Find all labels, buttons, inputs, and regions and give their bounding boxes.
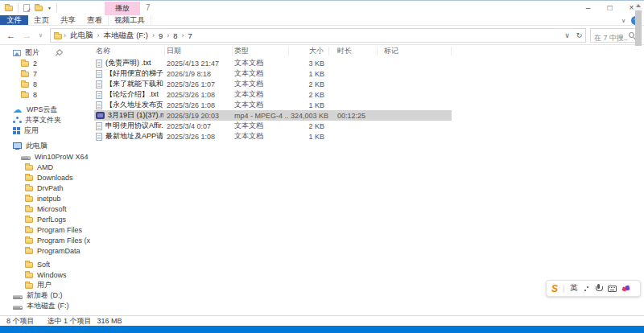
sidebar-item-icon bbox=[13, 105, 23, 115]
file-size: 2 KB bbox=[289, 122, 329, 130]
table-row[interactable]: 最新地址及APP请... 2025/3/26 1:08 文本文档 1 KB bbox=[94, 131, 452, 142]
breadcrumb[interactable]: › 此电脑 › 本地磁盘 (F:) › 9 › 8 › bbox=[50, 28, 586, 43]
sidebar-item-label: 应用 bbox=[24, 125, 39, 136]
column-header[interactable]: 日期 bbox=[165, 47, 233, 56]
sidebar-item[interactable]: PerfLogs bbox=[0, 214, 90, 224]
ribbon-tab[interactable]: 视频工具 bbox=[108, 15, 151, 25]
sidebar-item[interactable]: 图片 bbox=[0, 47, 90, 58]
sidebar-item[interactable]: 8 bbox=[0, 79, 90, 89]
address-dropdown-icon[interactable]: ∨ bbox=[561, 31, 573, 39]
sidebar-item[interactable]: 此电脑 bbox=[0, 141, 90, 151]
contextual-tab-label[interactable]: 播放 bbox=[105, 2, 140, 15]
sidebar-item[interactable]: Program Files bbox=[0, 224, 90, 235]
sidebar-item-label: 8 bbox=[33, 80, 37, 88]
ime-tools-icon[interactable] bbox=[584, 285, 589, 292]
sidebar-item[interactable]: Program Files (x8 bbox=[0, 235, 90, 245]
sidebar-item[interactable]: AMD bbox=[0, 162, 90, 172]
ribbon-collapse-icon[interactable]: ∨ bbox=[621, 18, 625, 24]
ribbon-tab[interactable]: 主页 bbox=[28, 15, 55, 25]
file-type-icon bbox=[96, 60, 102, 68]
sidebar-item[interactable]: Microsoft bbox=[0, 204, 90, 214]
sogou-logo-icon[interactable]: S bbox=[551, 283, 558, 294]
explorer-window: ▼ 播放 7 – □ × 文件 主页 共享 查看 视频工具 ∨ ? bbox=[0, 0, 644, 333]
keyboard-icon[interactable] bbox=[608, 286, 617, 292]
ribbon-tab[interactable]: 查看 bbox=[81, 15, 108, 25]
breadcrumb-label[interactable]: 此电脑 bbox=[68, 31, 96, 41]
column-header[interactable]: 大小 bbox=[289, 47, 329, 56]
crumb-separator-icon: › bbox=[62, 31, 68, 39]
sidebar-item[interactable]: 2 bbox=[0, 58, 90, 68]
qat-dropdown-icon[interactable]: ▼ bbox=[47, 6, 52, 10]
ribbon-tab-label: 主页 bbox=[34, 15, 49, 26]
table-row[interactable]: 【好用便宜的梯子... 2026/1/9 8:18 文本文档 1 KB bbox=[94, 68, 452, 79]
sidebar-item[interactable]: Soft bbox=[0, 259, 90, 269]
maximize-button[interactable]: □ bbox=[599, 1, 621, 14]
sidebar-item-label: PerfLogs bbox=[37, 216, 66, 224]
table-row[interactable]: 3月19日 (1)(37).m... 2026/3/19 20:03 mp4 -… bbox=[94, 110, 452, 121]
ime-toolbar: S 英 bbox=[546, 280, 641, 297]
sidebar-item[interactable]: 8 bbox=[0, 89, 90, 100]
forward-icon: → bbox=[23, 31, 31, 40]
file-name-cell: (免责声明) .txt bbox=[94, 58, 165, 68]
column-header[interactable]: 时长 bbox=[329, 47, 378, 56]
table-row[interactable]: (免责声明) .txt 2025/4/13 21:47 文本文档 3 KB bbox=[94, 58, 452, 68]
sidebar-item[interactable]: 新加卷 (D:) bbox=[0, 290, 90, 301]
file-type: 文本文档 bbox=[233, 68, 289, 79]
file-name-cell: 【论坛介绍】.txt bbox=[94, 89, 165, 100]
ime-language-toggle[interactable]: 英 bbox=[570, 283, 578, 294]
refresh-icon[interactable]: ↻ bbox=[573, 31, 585, 39]
scroll-up-icon[interactable] bbox=[636, 4, 641, 7]
sidebar-item[interactable]: Win10ProW X64 (C bbox=[0, 151, 90, 162]
breadcrumb-segment[interactable]: 此电脑 › bbox=[68, 31, 101, 41]
ribbon-tab[interactable]: 共享 bbox=[55, 15, 81, 25]
breadcrumb-segment[interactable]: 7 bbox=[186, 31, 195, 40]
sidebar-item-icon bbox=[25, 228, 33, 233]
sidebar-item-icon bbox=[25, 283, 33, 289]
file-name-cell: 最新地址及APP请... bbox=[94, 131, 165, 142]
properties-icon[interactable] bbox=[23, 4, 30, 12]
sidebar-item[interactable]: DrvPath bbox=[0, 183, 90, 193]
breadcrumb-label[interactable]: 8 bbox=[171, 31, 180, 40]
sidebar-item[interactable]: 应用 bbox=[0, 125, 90, 136]
breadcrumb-segment[interactable]: 9 › bbox=[156, 31, 171, 40]
back-icon[interactable]: ← bbox=[6, 31, 15, 40]
column-header[interactable]: 标记 bbox=[378, 47, 452, 56]
sidebar-item-icon bbox=[13, 127, 20, 134]
folder-icon[interactable] bbox=[5, 6, 13, 11]
minimize-button[interactable]: – bbox=[577, 1, 599, 14]
ime-emoji-icon[interactable] bbox=[622, 285, 630, 293]
sidebar-item-icon bbox=[21, 72, 29, 77]
sidebar-item[interactable]: Downloads bbox=[0, 172, 90, 183]
file-type-icon bbox=[96, 122, 102, 130]
sidebar-item[interactable]: 用户 bbox=[0, 280, 90, 290]
breadcrumb-label[interactable]: 本地磁盘 (F:) bbox=[101, 31, 151, 41]
sidebar-item[interactable]: 7 bbox=[0, 68, 90, 79]
breadcrumb-label[interactable]: 9 bbox=[156, 31, 165, 40]
sidebar-item-icon bbox=[25, 262, 33, 268]
table-row[interactable]: 【永久地址发布页... 2025/3/26 1:08 文本文档 1 KB bbox=[94, 100, 452, 110]
file-date: 2025/3/26 1:07 bbox=[165, 80, 233, 88]
sidebar-item-icon bbox=[25, 238, 33, 244]
sidebar-item[interactable]: WPS云盘 bbox=[0, 105, 90, 115]
table-row[interactable]: 【来了就能下载和... 2025/3/26 1:07 文本文档 2 KB bbox=[94, 79, 452, 89]
column-header[interactable]: 名称 bbox=[94, 47, 165, 56]
column-header[interactable]: 类型 bbox=[233, 47, 289, 56]
breadcrumb-label[interactable]: 7 bbox=[186, 31, 195, 40]
table-row[interactable]: 申明使用协议Affir... 2025/3/4 0:07 文本文档 2 KB bbox=[94, 121, 452, 131]
breadcrumb-segment[interactable]: 本地磁盘 (F:) › bbox=[101, 31, 156, 41]
nav-buttons: ← → ∨ ↑ bbox=[6, 26, 55, 44]
sidebar-item[interactable]: inetpub bbox=[0, 193, 90, 204]
file-name: 最新地址及APP请... bbox=[105, 131, 163, 142]
sidebar-item[interactable]: 本地磁盘 (F:) bbox=[0, 301, 90, 311]
sidebar-item-label: 用户 bbox=[37, 280, 52, 290]
recent-dropdown-icon[interactable]: ∨ bbox=[39, 32, 43, 39]
table-row[interactable]: 【论坛介绍】.txt 2025/3/26 1:08 文本文档 2 KB bbox=[94, 89, 452, 100]
breadcrumb-segment[interactable]: 8 › bbox=[171, 31, 185, 40]
sidebar-item[interactable]: 共享文件夹 bbox=[0, 115, 90, 125]
sidebar-item-icon bbox=[21, 92, 29, 98]
microphone-icon[interactable] bbox=[595, 284, 602, 293]
ribbon-tab[interactable]: 文件 bbox=[0, 15, 28, 25]
folder-icon[interactable] bbox=[35, 6, 43, 11]
sidebar-item[interactable]: Windows bbox=[0, 269, 90, 280]
sidebar-item[interactable]: ProgramData bbox=[0, 245, 90, 256]
